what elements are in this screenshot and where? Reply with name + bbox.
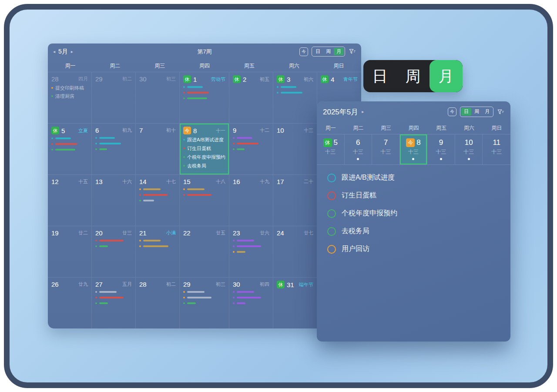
task-item[interactable]: 个税年度申报预约 [327, 209, 500, 218]
event-bar-item[interactable] [233, 142, 269, 145]
panel-filter-icon[interactable] [497, 108, 504, 116]
day-cell[interactable]: 23廿六 [229, 226, 273, 277]
filter-icon[interactable] [349, 48, 356, 55]
event-bar-item[interactable] [233, 296, 269, 299]
panel-day-cell[interactable]: 今8十三 [400, 134, 428, 164]
event-bar-item[interactable] [233, 245, 269, 248]
day-cell[interactable]: 7初十 [136, 123, 180, 174]
view-option-月[interactable]: 月 [334, 48, 344, 55]
event-item[interactable]: 个税年度申报预约 [183, 154, 225, 160]
day-cell[interactable]: 29初三 [180, 277, 229, 328]
day-cell[interactable]: 12十五 [48, 174, 92, 226]
event-bar-item[interactable] [183, 194, 225, 196]
panel-day-cell[interactable]: 9十三 [427, 134, 455, 164]
day-cell[interactable]: 22廿五 [180, 226, 229, 277]
day-cell[interactable]: 休1劳动节 [180, 72, 229, 123]
event-bar-item[interactable] [233, 137, 269, 139]
task-checkbox-circle[interactable] [327, 209, 336, 218]
day-cell[interactable]: 休2初五 [229, 72, 273, 123]
event-bar-item[interactable] [51, 137, 88, 140]
event-item[interactable]: 去税务局 [183, 163, 225, 168]
event-bar-item[interactable] [233, 291, 269, 293]
view-option-周[interactable]: 周 [472, 108, 482, 115]
day-cell[interactable]: 15十八 [180, 174, 229, 226]
event-bar-item[interactable] [95, 148, 132, 151]
event-bar-item[interactable] [139, 194, 176, 196]
event-bar-item[interactable] [183, 296, 225, 299]
today-button[interactable]: 今 [299, 47, 308, 56]
panel-day-cell[interactable]: 7十三 [372, 134, 400, 164]
day-cell[interactable]: 休3初六 [273, 72, 317, 123]
day-cell[interactable]: 30初四 [229, 277, 273, 328]
day-cell[interactable]: 26廿九 [48, 277, 92, 328]
event-bar-item[interactable] [277, 91, 313, 94]
task-item[interactable]: 去税务局 [327, 227, 500, 236]
day-cell[interactable]: 29初二 [92, 72, 136, 123]
panel-day-cell[interactable]: 休5十三 [317, 134, 345, 164]
event-bar-item[interactable] [139, 239, 176, 242]
zoom-view-option-日[interactable]: 日 [363, 60, 396, 92]
event-bar-item[interactable] [139, 199, 176, 202]
event-bar-item[interactable] [233, 302, 269, 305]
view-option-月[interactable]: 月 [482, 108, 492, 115]
panel-today-button[interactable]: 今 [448, 107, 456, 116]
task-checkbox-circle[interactable] [327, 191, 336, 200]
day-cell[interactable]: 27五月 [92, 277, 136, 328]
task-checkbox-circle[interactable] [327, 174, 336, 182]
event-bar-item[interactable] [233, 251, 269, 253]
event-bar-item[interactable] [183, 91, 225, 94]
event-item[interactable]: 订生日蛋糕 [183, 146, 225, 151]
view-option-周[interactable]: 周 [323, 48, 333, 55]
task-item[interactable]: 订生日蛋糕 [327, 191, 500, 200]
day-cell[interactable]: 今8十一跟进A/B测试进度订生日蛋糕个税年度申报预约去税务局 [180, 123, 229, 174]
day-cell[interactable]: 16十九 [229, 174, 273, 226]
day-cell[interactable]: 14十七 [136, 174, 180, 226]
panel-view-toggle[interactable]: 日周月 [460, 107, 493, 117]
task-item[interactable]: 用户回访 [327, 245, 500, 254]
panel-day-cell[interactable]: 10十三 [455, 134, 483, 164]
event-bar-item[interactable] [233, 239, 269, 242]
panel-day-cell[interactable]: 6十三 [345, 134, 372, 164]
day-cell[interactable]: 30初三 [136, 72, 180, 123]
event-bar-item[interactable] [183, 188, 225, 191]
event-bar-item[interactable] [183, 291, 225, 293]
task-item[interactable]: 跟进A/B测试进度 [327, 173, 500, 182]
zoom-view-option-月[interactable]: 月 [429, 60, 463, 92]
event-bar-item[interactable] [183, 302, 225, 305]
event-item[interactable]: 跟进A/B测试进度 [183, 137, 225, 142]
day-cell[interactable]: 28初二 [136, 277, 180, 328]
prev-month-arrow-icon[interactable]: ◂ [53, 50, 55, 54]
next-month-arrow-icon[interactable]: ▸ [71, 50, 73, 54]
event-bar-item[interactable] [277, 86, 313, 88]
day-cell[interactable]: 9十二 [229, 123, 273, 174]
event-bar-item[interactable] [95, 137, 132, 139]
event-bar-item[interactable] [95, 245, 132, 248]
event-bar-item[interactable] [139, 245, 176, 248]
day-cell[interactable]: 6初九 [92, 123, 136, 174]
day-cell[interactable]: 休31端午节 [273, 277, 317, 328]
panel-day-cell[interactable]: 11十三 [483, 134, 510, 164]
panel-next-arrow-icon[interactable]: ▸ [362, 110, 364, 114]
event-bar-item[interactable] [183, 97, 225, 100]
day-cell[interactable]: 19廿二 [48, 226, 92, 277]
day-cell[interactable]: 17二十 [273, 174, 317, 226]
task-checkbox-circle[interactable] [327, 227, 336, 236]
day-cell[interactable]: 21小满 [136, 226, 180, 277]
day-cell[interactable]: 休5立夏 [48, 123, 92, 174]
view-option-日[interactable]: 日 [461, 108, 471, 115]
event-bar-item[interactable] [95, 239, 132, 242]
event-bar-item[interactable] [233, 148, 269, 151]
day-cell[interactable]: 10十三 [273, 123, 317, 174]
task-checkbox-circle[interactable] [327, 245, 336, 254]
event-bar-item[interactable] [95, 296, 132, 299]
view-toggle[interactable]: 日周月 [312, 47, 345, 57]
event-item[interactable]: 清理厨房 [51, 94, 88, 99]
event-bar-item[interactable] [51, 143, 88, 145]
day-cell[interactable]: 24廿七 [273, 226, 317, 277]
event-bar-item[interactable] [183, 86, 225, 88]
event-item[interactable]: 提交印刷终稿 [51, 85, 88, 90]
day-cell[interactable]: 28四月提交印刷终稿清理厨房 [48, 72, 92, 123]
zoom-view-option-周[interactable]: 周 [396, 60, 429, 92]
day-cell[interactable]: 20廿三 [92, 226, 136, 277]
view-option-日[interactable]: 日 [313, 48, 323, 55]
